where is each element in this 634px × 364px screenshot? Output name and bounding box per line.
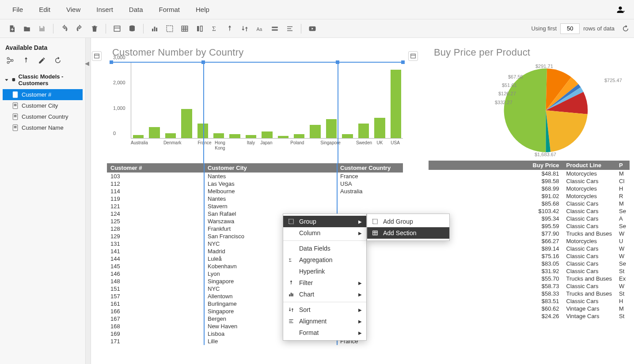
- menu-item-chart[interactable]: Chart▶: [283, 289, 366, 300]
- svg-rect-43: [95, 54, 99, 58]
- rows-of-data-label: rows of data: [583, 25, 615, 32]
- datasource-name: Classic Models - Customers: [19, 73, 81, 86]
- table-row[interactable]: $75.16Classic CarsW: [429, 252, 630, 260]
- doc-tab-right[interactable]: [408, 51, 418, 61]
- svg-rect-50: [291, 293, 292, 296]
- layout-icon[interactable]: [111, 23, 123, 35]
- datasource-header[interactable]: Classic Models - Customers: [3, 71, 83, 89]
- user-account-icon[interactable]: [615, 5, 625, 15]
- menu-format[interactable]: Format: [151, 3, 188, 16]
- table-row[interactable]: $85.68Classic CarsM: [429, 200, 630, 207]
- table-icon[interactable]: [178, 23, 191, 35]
- svg-rect-56: [373, 231, 378, 235]
- row-limit-input[interactable]: [560, 23, 580, 34]
- svg-rect-41: [14, 126, 17, 127]
- menu-insert[interactable]: Insert: [88, 3, 121, 16]
- number-format-icon[interactable]: [269, 23, 281, 35]
- field-customer-country[interactable]: Customer Country: [3, 111, 83, 122]
- menu-file[interactable]: File: [4, 3, 31, 16]
- database-small-icon: [11, 77, 16, 83]
- table-row[interactable]: $66.27MotorcyclesU: [429, 237, 630, 245]
- pin-icon[interactable]: [22, 56, 30, 64]
- table-row[interactable]: $60.62Vintage CarsM: [429, 305, 630, 312]
- database-icon[interactable]: [126, 23, 138, 35]
- table-row[interactable]: $95.59Classic CarsSe: [429, 222, 630, 230]
- table-row[interactable]: $31.92Classic CarsSt: [429, 267, 630, 275]
- group-icon[interactable]: [163, 23, 176, 35]
- menu-item-sort[interactable]: Sort▶: [283, 304, 366, 315]
- menu-item-group[interactable]: Group▶: [283, 216, 366, 227]
- field-icon: [12, 124, 18, 131]
- menu-edit[interactable]: Edit: [31, 3, 58, 16]
- column-icon[interactable]: [194, 23, 206, 35]
- table-row[interactable]: $83.05Classic CarsSe: [429, 260, 630, 267]
- table-row[interactable]: 112Las VegasUSA: [107, 180, 403, 188]
- save-icon[interactable]: [36, 23, 48, 35]
- table-row[interactable]: $98.58Classic CarsCl: [429, 177, 630, 185]
- menu-item-filter[interactable]: Filter▶: [283, 277, 366, 289]
- table-row[interactable]: $95.34Classic CarsA: [429, 215, 630, 222]
- branch-icon[interactable]: [6, 56, 14, 64]
- menu-help[interactable]: Help: [188, 3, 217, 16]
- filter-pin-icon[interactable]: [224, 23, 236, 35]
- menu-item-alignment[interactable]: Alignment▶: [283, 315, 366, 327]
- svg-rect-8: [156, 27, 157, 31]
- table-row[interactable]: $48.81MotorcyclesM: [429, 170, 630, 177]
- text-style-icon[interactable]: Aa: [254, 23, 266, 35]
- table-row[interactable]: $89.14Classic CarsW: [429, 245, 630, 252]
- bar-chart[interactable]: 01,0002,0003,000AustraliaDenmarkFranceHo…: [111, 62, 403, 163]
- svg-rect-45: [411, 54, 416, 58]
- table-row[interactable]: 103NantesFrance: [107, 173, 403, 180]
- table-row[interactable]: $58.73Classic CarsW: [429, 282, 630, 290]
- align-icon[interactable]: [284, 23, 296, 35]
- table-row[interactable]: $68.99MotorcyclesH: [429, 185, 630, 192]
- field-customer-number[interactable]: Customer #: [3, 89, 83, 100]
- toolbar: Σ Aa Using first rows of data: [0, 19, 634, 38]
- svg-rect-47: [289, 219, 294, 224]
- table-row[interactable]: $83.51Classic CarsH: [429, 297, 630, 305]
- table-row[interactable]: $24.26Vintage CarsSt: [429, 312, 630, 320]
- submenu-item-add-section[interactable]: Add Section: [367, 227, 449, 239]
- menu-item-aggregation[interactable]: ΣAggregation: [283, 254, 366, 266]
- collapse-strip[interactable]: ◀: [86, 38, 91, 364]
- table-row[interactable]: 121Stavern: [107, 203, 403, 210]
- table-row[interactable]: $77.90Trucks and BusesW: [429, 230, 630, 237]
- field-customer-name[interactable]: Customer Name: [3, 122, 83, 133]
- svg-text:Σ: Σ: [289, 258, 292, 263]
- table-row[interactable]: 114MelbourneAustralia: [107, 188, 403, 195]
- menu-item-format[interactable]: Format▶: [283, 327, 366, 338]
- doc-tab-left[interactable]: [92, 51, 102, 61]
- menu-item-column[interactable]: Column▶: [283, 227, 366, 239]
- refresh-icon[interactable]: [622, 25, 630, 33]
- menu-view[interactable]: View: [58, 3, 88, 16]
- field-icon: [12, 113, 18, 120]
- video-icon[interactable]: [306, 23, 319, 35]
- new-file-icon[interactable]: [6, 23, 18, 35]
- edit-icon[interactable]: [38, 56, 46, 64]
- context-menu: Group▶Column▶Data FieldsΣAggregationHype…: [283, 214, 367, 341]
- redo-icon[interactable]: [73, 23, 86, 35]
- table-row[interactable]: $55.70Trucks and BusesEx: [429, 275, 630, 282]
- menu-item-hyperlink[interactable]: Hyperlink: [283, 266, 366, 277]
- table-row[interactable]: $103.42Classic CarsSe: [429, 207, 630, 215]
- svg-rect-42: [14, 128, 17, 128]
- table-row[interactable]: $91.02MotorcyclesR: [429, 192, 630, 200]
- pie-chart[interactable]: $1,683.67$332.27$126.27$51.61$67.56$291.…: [429, 62, 630, 161]
- trash-icon[interactable]: [88, 23, 101, 35]
- menu-data[interactable]: Data: [121, 3, 151, 16]
- menu-item-data-fields[interactable]: Data Fields: [283, 243, 366, 254]
- field-customer-city[interactable]: Customer City: [3, 100, 83, 111]
- open-folder-icon[interactable]: [21, 23, 33, 35]
- table-row[interactable]: $58.33Trucks and BusesSt: [429, 290, 630, 297]
- sidebar-title: Available Data: [0, 42, 85, 55]
- refresh-small-icon[interactable]: [54, 56, 62, 64]
- products-table[interactable]: Buy PriceProduct LineP$48.81MotorcyclesM…: [429, 161, 630, 320]
- undo-icon[interactable]: [58, 23, 71, 35]
- pie-chart-title: Buy Price per Product: [434, 47, 630, 58]
- sort-icon[interactable]: [239, 23, 251, 35]
- submenu-item-add-group[interactable]: Add Group: [367, 216, 449, 227]
- svg-rect-38: [14, 115, 17, 116]
- barchart-icon[interactable]: [148, 23, 161, 35]
- table-row[interactable]: 119Nantes: [107, 195, 403, 203]
- sigma-icon[interactable]: Σ: [209, 23, 221, 35]
